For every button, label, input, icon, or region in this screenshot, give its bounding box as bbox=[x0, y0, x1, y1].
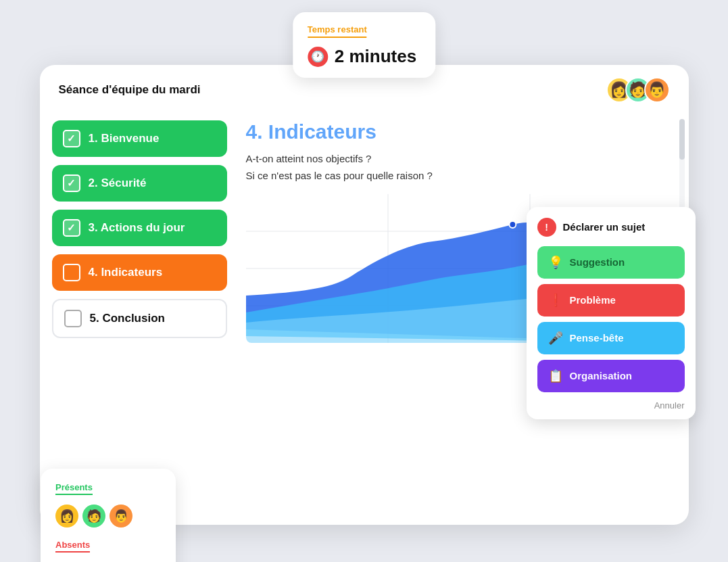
absents-label: Absents bbox=[55, 540, 90, 553]
avatar-present-2: 🧑 bbox=[82, 505, 105, 528]
check-icon-5 bbox=[64, 310, 82, 327]
declare-title: Déclarer un sujet bbox=[563, 221, 646, 233]
organisation-icon: 📋 bbox=[548, 369, 563, 383]
declare-icon: ! bbox=[537, 218, 556, 237]
probleme-button[interactable]: ❗ Problème bbox=[537, 284, 685, 317]
scrollbar-thumb[interactable] bbox=[679, 119, 685, 160]
check-icon-1: ✓ bbox=[63, 130, 80, 147]
agenda-item-1[interactable]: ✓ 1. Bienvenue bbox=[52, 120, 227, 157]
attendee-present-row: 👩 🧑 👨 bbox=[55, 505, 161, 528]
timer-icon: 🕐 bbox=[308, 47, 328, 67]
avatars-row: 👩 🧑 👨 bbox=[606, 77, 670, 103]
timer-label: Temps restant bbox=[308, 24, 367, 38]
suggestion-label: Suggestion bbox=[570, 256, 625, 268]
probleme-icon: ❗ bbox=[548, 293, 563, 308]
agenda-label-4: 4. Indicateurs bbox=[89, 266, 163, 279]
session-title: Séance d'équipe du mardi bbox=[59, 83, 201, 97]
cancel-label: Annuler bbox=[654, 400, 685, 411]
suggestion-icon: 💡 bbox=[548, 255, 563, 270]
cancel-button[interactable]: Annuler bbox=[537, 398, 685, 411]
timer-value: 2 minutes bbox=[335, 46, 416, 67]
attendees-popup: Présents 👩 🧑 👨 Absents 👩 bbox=[41, 469, 176, 562]
organisation-button[interactable]: 📋 Organisation bbox=[537, 360, 685, 392]
agenda-label-1: 1. Bienvenue bbox=[89, 132, 160, 145]
agenda-label-3: 3. Actions du jour bbox=[89, 221, 185, 235]
avatar-present-3: 👨 bbox=[110, 505, 132, 528]
avatar-3: 👨 bbox=[644, 77, 670, 103]
pensebete-label: Pense-bête bbox=[570, 332, 624, 344]
question-1: A-t-on atteint nos objectifs ? bbox=[246, 150, 673, 168]
organisation-label: Organisation bbox=[570, 370, 633, 381]
svg-point-5 bbox=[509, 221, 516, 228]
sidebar: ✓ 1. Bienvenue ✓ 2. Sécurité ✓ 3. Action… bbox=[40, 114, 239, 522]
probleme-label: Problème bbox=[570, 294, 616, 306]
agenda-item-4[interactable]: 4. Indicateurs bbox=[52, 254, 227, 291]
agenda-item-5[interactable]: 5. Conclusion bbox=[52, 299, 227, 338]
timer-popup: Temps restant 🕐 2 minutes bbox=[293, 12, 435, 78]
check-icon-3: ✓ bbox=[63, 219, 80, 237]
agenda-item-3[interactable]: ✓ 3. Actions du jour bbox=[52, 210, 227, 246]
suggestion-button[interactable]: 💡 Suggestion bbox=[537, 246, 685, 279]
check-icon-2: ✓ bbox=[63, 174, 80, 192]
pensebete-icon: 🎤 bbox=[548, 331, 563, 346]
main-card: Séance d'équipe du mardi 👩 🧑 👨 ✓ 1. Bien… bbox=[40, 65, 689, 525]
question-2: Si ce n'est pas le cas pour quelle raiso… bbox=[246, 167, 673, 185]
agenda-item-2[interactable]: ✓ 2. Sécurité bbox=[52, 165, 227, 202]
avatar-present-1: 👩 bbox=[55, 505, 78, 528]
agenda-label-2: 2. Sécurité bbox=[89, 177, 147, 190]
check-icon-4 bbox=[63, 264, 80, 281]
section-questions: A-t-on atteint nos objectifs ? Si ce n'e… bbox=[246, 150, 673, 185]
declare-header: ! Déclarer un sujet bbox=[537, 218, 685, 237]
presents-label: Présents bbox=[55, 482, 93, 495]
agenda-label-5: 5. Conclusion bbox=[90, 312, 165, 325]
subject-popup: ! Déclarer un sujet 💡 Suggestion ❗ Probl… bbox=[527, 207, 696, 419]
section-title: 4. Indicateurs bbox=[246, 120, 673, 143]
pensebete-button[interactable]: 🎤 Pense-bête bbox=[537, 322, 685, 354]
